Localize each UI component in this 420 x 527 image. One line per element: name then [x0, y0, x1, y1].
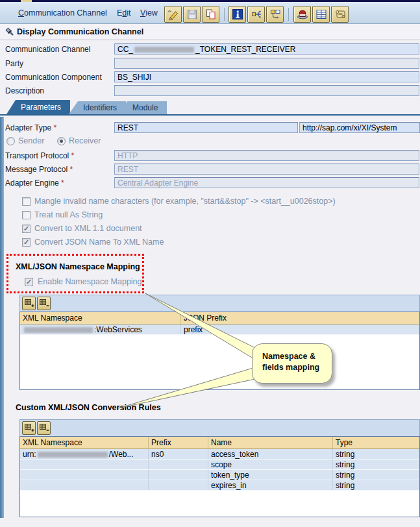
convert-xml11-label: Convert to XML 1.1 document	[34, 224, 142, 233]
receiver-radio-label: Receiver	[69, 136, 101, 145]
message-protocol-field[interactable]: REST	[114, 164, 419, 175]
where-used-icon	[269, 8, 281, 20]
column-header[interactable]: XML Namespace	[20, 437, 149, 448]
column-header[interactable]: XML Namespace	[20, 312, 181, 324]
insert-row-icon	[24, 299, 34, 309]
display-change-toggle-button[interactable]	[164, 6, 182, 23]
copy-icon	[205, 8, 217, 20]
administration-button[interactable]	[293, 6, 311, 23]
sap-display-communication-channel-window: Communication Channel Edit View	[0, 0, 420, 527]
table-row[interactable]: :WebServices prefix	[20, 325, 419, 335]
conversion-rules-table: XML Namespace Prefix Name Type urn:/Web.…	[19, 436, 420, 517]
where-used-button[interactable]	[266, 6, 284, 23]
toolbar-separator	[224, 8, 225, 21]
redacted-text	[134, 47, 194, 53]
adapter-type-field[interactable]: REST	[114, 122, 298, 133]
insert-row-button[interactable]	[22, 297, 36, 310]
label-description: Description	[5, 86, 44, 95]
namespace-mapping-table: XML Namespace JSON Prefix :WebServices p…	[19, 312, 420, 390]
description-field[interactable]	[114, 85, 419, 96]
sender-radio-label: Sender	[18, 136, 44, 145]
save-floppy-icon	[186, 8, 198, 20]
convert-xml11-checkbox[interactable]	[22, 225, 31, 233]
column-header[interactable]: Type	[333, 437, 419, 448]
scrollpane-left-border	[0, 117, 4, 518]
info-button[interactable]	[229, 6, 246, 23]
annotation-red-dotted-rectangle	[6, 254, 144, 293]
table-row[interactable]: expires_in string	[20, 480, 419, 491]
label-adapter-engine: Adapter Engine *	[5, 178, 64, 188]
delete-row-button[interactable]	[37, 421, 51, 435]
callout-text-line1: Namespace &	[262, 352, 315, 361]
table-book-icon	[315, 8, 327, 20]
communication-channel-icon	[5, 27, 16, 38]
transport-protocol-field[interactable]: HTTP	[114, 150, 419, 161]
label-adapter-type: Adapter Type *	[5, 123, 56, 132]
scroll-icon	[334, 8, 346, 20]
copy-button[interactable]	[202, 6, 219, 23]
info-icon	[232, 8, 243, 20]
column-header[interactable]: JSON Prefix	[181, 312, 419, 324]
save-button[interactable]	[183, 6, 201, 23]
conversion-table-header: XML Namespace Prefix Name Type	[20, 437, 419, 449]
required-asterisk: *	[54, 123, 57, 132]
adapter-namespace-field[interactable]: http://sap.com/xi/XI/System	[299, 122, 420, 133]
hat-icon	[297, 8, 308, 20]
communication-channel-field[interactable]: CC__TOKEN_REST_RECEIVER	[114, 43, 419, 55]
communication-component-field[interactable]: BS_SHIJI	[114, 71, 419, 82]
delete-row-button[interactable]	[37, 297, 51, 310]
namespace-table-toolbar	[19, 295, 420, 312]
column-header[interactable]: Name	[208, 437, 333, 448]
pencil-icon	[167, 8, 179, 21]
required-asterisk: *	[71, 151, 75, 160]
screen-title-bar: Display Communication Channel	[0, 24, 420, 40]
label-transport-protocol: Transport Protocol *	[5, 151, 74, 160]
menu-bar: Communication Channel Edit View	[0, 2, 420, 24]
sender-radio[interactable]	[6, 137, 15, 145]
required-asterisk: *	[69, 165, 73, 174]
label-party: Party	[5, 59, 23, 68]
column-header[interactable]: Prefix	[149, 437, 208, 448]
tab-identifiers[interactable]: Identifiers	[69, 101, 126, 114]
table-row[interactable]: token_type string	[20, 470, 419, 480]
treat-null-as-string-checkbox[interactable]	[22, 211, 31, 219]
mangle-invalid-names-label: Mangle invalid name characters (for exam…	[34, 197, 336, 206]
distribute-nodes-icon	[251, 8, 262, 20]
required-asterisk: *	[61, 178, 64, 188]
distribute-button[interactable]	[247, 6, 265, 23]
insert-row-button[interactable]	[22, 421, 36, 435]
annotation-callout-balloon: Namespace & fields mapping	[252, 343, 332, 384]
label-message-protocol: Message Protocol *	[5, 165, 73, 174]
label-communication-component: Communication Component	[5, 73, 102, 82]
insert-row-icon	[24, 423, 34, 434]
convert-json-name-checkbox[interactable]	[22, 238, 31, 247]
menu-edit[interactable]: Edit	[117, 8, 131, 18]
redacted-text	[24, 327, 93, 333]
menu-communication-channel[interactable]: Communication Channel	[18, 8, 107, 18]
conversion-rules-title: Custom XML/JSON Conversion Rules	[16, 403, 161, 412]
page-title: Display Communication Channel	[17, 27, 143, 36]
delete-row-icon	[39, 299, 49, 309]
adapter-engine-field[interactable]: Central Adapter Engine	[114, 177, 419, 188]
delete-row-icon	[39, 423, 49, 434]
callout-text-line2: fields mapping	[262, 363, 319, 372]
namespace-table-header: XML Namespace JSON Prefix	[20, 312, 419, 325]
treat-null-as-string-label: Treat null As String	[34, 210, 103, 219]
conversion-table-toolbar	[19, 419, 420, 436]
table-view-button[interactable]	[312, 6, 330, 23]
convert-json-name-label: Convert JSON Name To XML Name	[34, 238, 164, 247]
toolbar-separator	[288, 8, 289, 21]
party-field[interactable]	[114, 58, 419, 69]
log-button[interactable]	[331, 6, 349, 23]
receiver-radio[interactable]	[57, 137, 66, 145]
table-row[interactable]: scope string	[20, 460, 419, 470]
tab-parameters[interactable]: Parameters	[6, 100, 70, 114]
redacted-text	[38, 452, 108, 458]
table-row[interactable]: urn:/Web... ns0 access_token string	[20, 449, 419, 460]
mangle-invalid-names-checkbox[interactable]	[22, 197, 31, 206]
tab-strip-line	[0, 114, 420, 116]
menu-view[interactable]: View	[140, 8, 158, 18]
label-communication-channel: Communication Channel	[5, 45, 90, 54]
